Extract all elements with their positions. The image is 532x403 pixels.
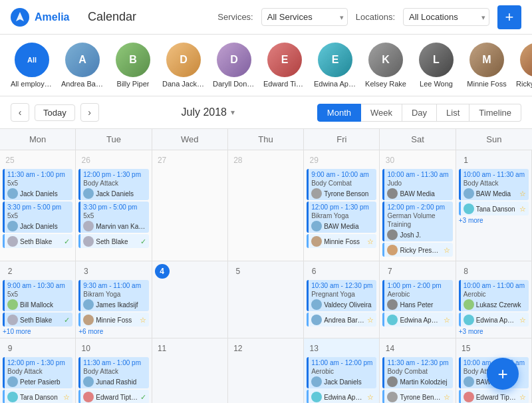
more-link[interactable]: +3 more [459, 217, 529, 224]
event[interactable]: Edward Tipton ✓ [78, 390, 148, 403]
cell-jul5[interactable]: 5 [228, 261, 304, 338]
staff-billy[interactable]: B Billy Piper [112, 43, 154, 88]
staff-all-name: All employees [11, 80, 53, 88]
view-list[interactable]: List [437, 104, 469, 122]
services-label: Services: [217, 12, 253, 22]
person-avatar [387, 229, 398, 240]
event[interactable]: 12:00 pm - 1:30 pm Body Attack Peter Pas… [3, 357, 72, 388]
calendar-controls: ‹ Today › July 2018 ▾ Month Week Day Lis… [0, 96, 532, 129]
locations-select[interactable]: All Locations [403, 8, 489, 26]
event[interactable]: Minnie Foss ☆ [78, 313, 148, 327]
cell-jul3[interactable]: 3 9:30 am - 11:00 am Bikram Yoga James I… [76, 261, 152, 338]
next-button[interactable]: › [80, 103, 99, 122]
event[interactable]: 11:00 am - 12:00 pm Aerobic Jack Daniels [307, 357, 376, 388]
cell-jul6[interactable]: 6 10:30 am - 12:30 pm Pregnant Yoga Vald… [304, 261, 380, 338]
more-link[interactable]: +6 more [78, 328, 148, 335]
staff-dana[interactable]: D Dana Jackson [162, 43, 205, 88]
cell-jul13[interactable]: 13 11:00 am - 12:00 pm Aerobic Jack Dani… [304, 338, 380, 403]
person-avatar [7, 299, 18, 310]
header-tue: Tue [76, 129, 152, 150]
prev-button[interactable]: ‹ [11, 103, 29, 122]
event[interactable]: 12:00 pm - 1:30 pm Body Attack Jack Dani… [78, 169, 148, 200]
event[interactable]: Seth Blake ✓ [3, 234, 72, 248]
event[interactable]: Seth Blake ✓ [3, 313, 72, 327]
event[interactable]: Ricky Pressley ☆ [382, 243, 452, 257]
person-avatar [387, 315, 398, 325]
staff-minnie[interactable]: M Minnie Foss [466, 43, 508, 88]
staff-dana-name: Dana Jackson [162, 80, 205, 88]
staff-andrea[interactable]: A Andrea Barber [61, 43, 104, 88]
staff-kelsey-name: Kelsey Rake [365, 80, 406, 88]
event[interactable]: 10:00 am - 11:30 am Judo BAW Media [382, 169, 452, 200]
cell-jul10[interactable]: 10 11:30 am - 1:00 pm Body Attack Junad … [76, 338, 152, 403]
event[interactable]: 9:00 am - 10:00 am Body Combat Tyrone Be… [307, 169, 376, 200]
event[interactable]: Tana Danson ☆ [459, 202, 529, 215]
today-button[interactable]: Today [35, 104, 75, 121]
view-week[interactable]: Week [361, 104, 402, 122]
person-avatar [311, 188, 322, 199]
cell-jul2[interactable]: 2 9:00 am - 10:30 am 5x5 Bill Mallock Se… [0, 261, 76, 338]
staff-kelsey[interactable]: K Kelsey Rake [364, 43, 407, 88]
event[interactable]: Edward Tipton ☆ [459, 390, 529, 403]
staff-edward[interactable]: E Edward Tipton [263, 43, 306, 88]
event[interactable]: 11:30 am - 1:00 pm 5x5 Jack Daniels [3, 169, 72, 200]
cell-jul9[interactable]: 9 12:00 pm - 1:30 pm Body Attack Peter P… [0, 338, 76, 403]
cell-jul14[interactable]: 14 11:30 am - 12:30 pm Body Combat Marti… [380, 338, 456, 403]
view-day[interactable]: Day [402, 104, 437, 122]
staff-edwina[interactable]: E Edwina Appl... [314, 43, 356, 88]
event[interactable]: Edwina Appleby ☆ [459, 313, 529, 327]
view-timeline[interactable]: Timeline [469, 104, 521, 122]
cell-jun29[interactable]: 29 9:00 am - 10:00 am Body Combat Tyrone… [304, 150, 380, 261]
event[interactable]: Seth Blake ✓ [78, 234, 148, 248]
cell-jul4[interactable]: 4 [152, 261, 228, 338]
event[interactable]: 9:30 am - 11:00 am Bikram Yoga James Ika… [78, 280, 148, 311]
person-avatar [7, 236, 18, 247]
event[interactable]: 1:00 pm - 2:00 pm Aerobic Hans Peter [382, 280, 452, 311]
event[interactable]: Tyrone Benson ☆ [382, 390, 452, 403]
cell-jun25[interactable]: 25 11:30 am - 1:00 pm 5x5 Jack Daniels 3… [0, 150, 76, 261]
star-icon: ☆ [444, 245, 450, 255]
add-button[interactable]: + [497, 5, 521, 29]
person-avatar [464, 392, 474, 402]
person-avatar [464, 376, 474, 387]
staff-ricky[interactable]: R Ricky Pressley [516, 43, 532, 88]
staff-dana-avatar: D [166, 43, 201, 77]
cell-jun26[interactable]: 26 12:00 pm - 1:30 pm Body Attack Jack D… [76, 150, 152, 261]
header-sat: Sat [380, 129, 456, 150]
cell-jul12[interactable]: 12 [228, 338, 304, 403]
staff-daryll[interactable]: D Daryll Donov... [213, 43, 255, 88]
cell-jun27[interactable]: 27 [152, 150, 228, 261]
event[interactable]: 12:00 pm - 1:30 pm Bikram Yoga BAW Media [307, 202, 376, 233]
event[interactable]: 9:00 am - 10:30 am 5x5 Bill Mallock [3, 280, 72, 311]
cell-jun30[interactable]: 30 10:00 am - 11:30 am Judo BAW Media 12… [380, 150, 456, 261]
cell-jul1[interactable]: 1 10:00 am - 11:30 am Body Attack BAW Me… [456, 150, 532, 261]
event[interactable]: Minnie Foss ☆ [307, 234, 376, 248]
person-avatar [83, 315, 94, 325]
more-link[interactable]: +3 more [459, 328, 529, 335]
cell-jun28[interactable]: 28 [228, 150, 304, 261]
event[interactable]: 10:30 am - 12:30 pm Pregnant Yoga Valdec… [307, 280, 376, 311]
month-title[interactable]: July 2018 ▾ [104, 106, 312, 118]
cell-jul11[interactable]: 11 [152, 338, 228, 403]
event[interactable]: 12:00 pm - 2:00 pm German Volume Trainin… [382, 202, 452, 241]
staff-ricky-name: Ricky Pressley [516, 80, 532, 88]
event[interactable]: Edwina Appleby ☆ [307, 390, 376, 403]
fab-add-button[interactable]: + [487, 358, 519, 390]
event[interactable]: Tara Danson ☆ [3, 390, 72, 403]
event[interactable]: Edwina Appleby ☆ [382, 313, 452, 327]
event[interactable]: 3:30 pm - 5:00 pm 5x5 Jack Daniels [3, 202, 72, 233]
event[interactable]: 3:30 pm - 5:00 pm 5x5 Marvin van Kalovsb… [78, 202, 148, 233]
event[interactable]: Andrea Barber ☆ [307, 313, 376, 327]
more-link[interactable]: +10 more [3, 328, 72, 335]
staff-lee[interactable]: L Lee Wong [415, 43, 458, 88]
cell-jul8[interactable]: 8 10:00 am - 11:00 am Aerobic Lukasz Cze… [456, 261, 532, 338]
event[interactable]: 10:00 am - 11:00 am Aerobic Lukasz Czerw… [459, 280, 529, 311]
day-num: 6 [307, 264, 321, 279]
cell-jul7[interactable]: 7 1:00 pm - 2:00 pm Aerobic Hans Peter E… [380, 261, 456, 338]
view-month[interactable]: Month [317, 104, 361, 122]
services-select[interactable]: All Services [261, 8, 348, 26]
event[interactable]: 10:00 am - 11:30 am Body Attack BAW Medi… [459, 169, 529, 200]
event[interactable]: 11:30 am - 1:00 pm Body Attack Junad Ras… [78, 357, 148, 388]
staff-all[interactable]: All All employees [11, 43, 53, 88]
event[interactable]: 11:30 am - 12:30 pm Body Combat Martin K… [382, 357, 452, 388]
